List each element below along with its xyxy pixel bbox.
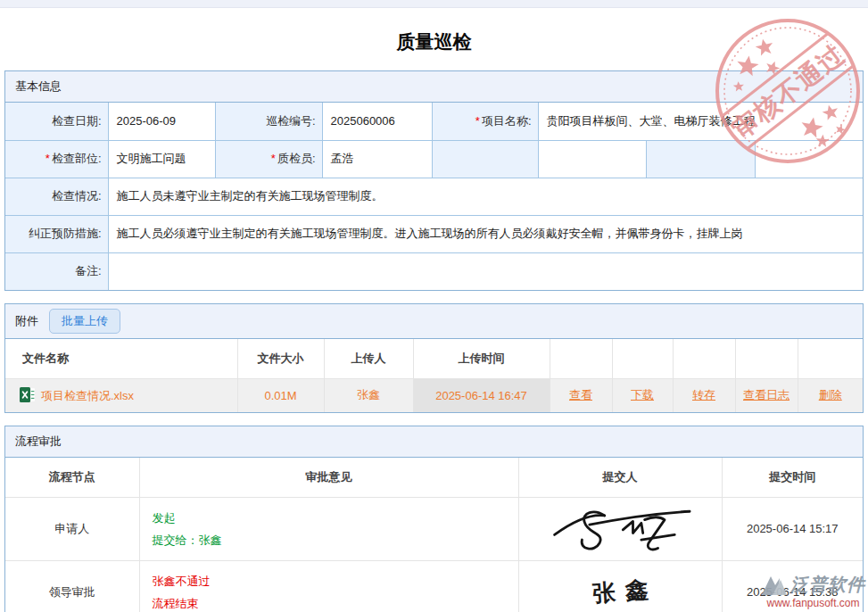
attachment-uploader: 张鑫: [324, 378, 413, 412]
basic-info-row-3: 检查情况: 施工人员未遵守业主制定的有关施工现场管理制度。: [5, 178, 863, 215]
check-part-value: 文明施工问题: [108, 140, 215, 178]
project-name-label: *项目名称:: [432, 103, 538, 140]
remark-label-text: 备注:: [75, 264, 102, 277]
patrol-no-label: 巡检编号:: [215, 103, 322, 140]
opinion-line-initiated: 发起: [153, 507, 506, 529]
flow-node-applicant: 申请人: [5, 497, 139, 560]
attachments-header-bar: 附件 批量上传: [5, 304, 863, 339]
applicant-signature-cell: [518, 497, 722, 560]
submitter-header: 提交人: [518, 458, 722, 497]
attachment-action-delete-cell: 删除: [798, 378, 863, 412]
vendor-watermark: 泛普软件 www.fanpusoft.com: [761, 573, 865, 609]
project-name-label-text: 项目名称:: [482, 114, 532, 128]
empty-label-cell-2: [646, 140, 755, 178]
action-header-4: [735, 339, 798, 378]
action-header-3: [673, 339, 735, 378]
attachment-file-link[interactable]: 项目检查情况.xlsx: [41, 389, 134, 402]
attachment-file-size: 0.01M: [237, 378, 324, 412]
download-link[interactable]: 下载: [631, 388, 654, 401]
measures-label: 纠正预防措施:: [5, 215, 108, 252]
opinion-line-flow-ended: 流程结束: [153, 592, 506, 612]
attachment-row: 项目检查情况.xlsx 0.01M 张鑫 2025-06-14 16:47 查看…: [5, 378, 863, 412]
leader-signature-image: 张鑫: [581, 574, 658, 610]
opinion-line-rejected: 张鑫不通过: [153, 570, 506, 592]
approval-row-leader: 领导审批 张鑫不通过 流程结束 张鑫 2025-06-14 15:38: [5, 560, 863, 612]
empty-value-cell-2: [755, 140, 863, 178]
basic-info-row-2: *检查部位: 文明施工问题 *质检员: 孟浩: [5, 140, 863, 178]
leader-signature-cell: 张鑫: [518, 560, 722, 612]
approval-row-applicant: 申请人 发起 提交给：张鑫 2025-06-14 15:17: [5, 497, 863, 560]
action-header-1: [550, 339, 612, 378]
action-header-2: [612, 339, 673, 378]
attachments-table: 文件名称 文件大小 上传人 上传时间: [5, 339, 863, 412]
approval-section-title: 流程审批: [5, 426, 863, 458]
flow-node-leader: 领导审批: [5, 560, 139, 612]
batch-upload-button[interactable]: 批量上传: [49, 309, 120, 334]
measures-value: 施工人员必须遵守业主制定的有关施工现场管理制度。进入施工现场的所有人员必须戴好安…: [108, 215, 863, 252]
check-date-label-text: 检查日期:: [52, 114, 102, 128]
situation-label: 检查情况:: [5, 178, 108, 215]
remark-value: [108, 252, 863, 290]
approval-flow-section: 流程审批 流程节点 审批意见 提交人 提交时间 申请人 发起 提交给：张鑫: [4, 426, 864, 612]
check-part-label-text: 检查部位:: [52, 152, 102, 165]
uploader-header: 上传人: [324, 339, 413, 378]
basic-info-section: 基本信息 检查日期: 2025-06-09 巡检编号: 2025060006 *…: [4, 70, 864, 291]
vendor-name: 泛普软件: [790, 573, 865, 597]
opinion-line-submitted-to: 提交给：张鑫: [153, 529, 506, 551]
page-title: 质量巡检: [0, 29, 868, 54]
flow-node-header: 流程节点: [5, 458, 139, 497]
attachment-action-log-cell: 查看日志: [735, 378, 798, 412]
quality-inspection-page: 质量巡检 基本信息 检查日期: 2025-06-09 巡检编号: 2025060…: [0, 0, 868, 612]
delete-link[interactable]: 删除: [819, 388, 842, 401]
attachment-upload-time: 2025-06-14 16:47: [413, 378, 550, 412]
upload-time-header: 上传时间: [413, 339, 550, 378]
view-link[interactable]: 查看: [569, 388, 592, 401]
top-strip: [0, 0, 868, 8]
project-name-value: 贵阳项目样板间、大堂、电梯厅装修工程: [538, 103, 863, 140]
attachments-section: 附件 批量上传 文件名称 文件大小 上传人 上传时间: [4, 303, 864, 413]
attachments-section-title: 附件: [15, 313, 38, 329]
basic-info-table: 检查日期: 2025-06-09 巡检编号: 2025060006 *项目名称:…: [5, 103, 863, 290]
check-date-label: 检查日期:: [5, 103, 108, 140]
patrol-no-value: 2025060006: [322, 103, 432, 140]
view-log-link[interactable]: 查看日志: [743, 388, 789, 401]
submit-time-header: 提交时间: [722, 458, 863, 497]
opinion-applicant: 发起 提交给：张鑫: [139, 497, 518, 560]
attachments-header-row: 文件名称 文件大小 上传人 上传时间: [5, 339, 863, 378]
required-marker: *: [475, 114, 480, 128]
attachment-action-download-cell: 下载: [612, 378, 673, 412]
approval-table: 流程节点 审批意见 提交人 提交时间 申请人 发起 提交给：张鑫: [5, 458, 863, 612]
approval-header-row: 流程节点 审批意见 提交人 提交时间: [5, 458, 863, 497]
action-header-5: [798, 339, 863, 378]
fanpu-logo-icon: [761, 575, 788, 596]
inspector-label: *质检员:: [215, 140, 322, 178]
required-marker: *: [45, 152, 50, 165]
vendor-url: www.fanpusoft.com: [761, 597, 865, 609]
check-part-label: *检查部位:: [5, 140, 108, 178]
required-marker: *: [271, 152, 276, 165]
measures-label-text: 纠正预防措施:: [29, 227, 102, 240]
empty-value-cell-1: [538, 140, 646, 178]
patrol-no-label-text: 巡检编号:: [266, 114, 316, 128]
inspector-label-text: 质检员:: [277, 152, 316, 165]
situation-value: 施工人员未遵守业主制定的有关施工现场管理制度。: [108, 178, 863, 215]
inspector-value: 孟浩: [322, 140, 432, 178]
applicant-signature-image: [540, 501, 700, 553]
empty-label-cell-1: [432, 140, 538, 178]
file-size-header: 文件大小: [237, 339, 324, 378]
basic-info-section-title: 基本信息: [5, 71, 863, 103]
transfer-save-link[interactable]: 转存: [692, 388, 715, 401]
file-name-header: 文件名称: [5, 339, 237, 378]
basic-info-row-4: 纠正预防措施: 施工人员必须遵守业主制定的有关施工现场管理制度。进入施工现场的所…: [5, 215, 863, 252]
remark-label: 备注:: [5, 252, 108, 290]
submit-time-applicant: 2025-06-14 15:17: [722, 497, 863, 560]
attachment-action-view-cell: 查看: [550, 378, 612, 412]
attachment-file-cell: 项目检查情况.xlsx: [5, 378, 237, 412]
xlsx-icon: [20, 387, 35, 402]
opinion-leader: 张鑫不通过 流程结束: [139, 560, 518, 612]
situation-label-text: 检查情况:: [52, 189, 102, 203]
check-date-value: 2025-06-09: [108, 103, 215, 140]
basic-info-row-1: 检查日期: 2025-06-09 巡检编号: 2025060006 *项目名称:…: [5, 103, 863, 140]
basic-info-row-5: 备注:: [5, 252, 863, 290]
attachment-action-transfer-cell: 转存: [673, 378, 735, 412]
